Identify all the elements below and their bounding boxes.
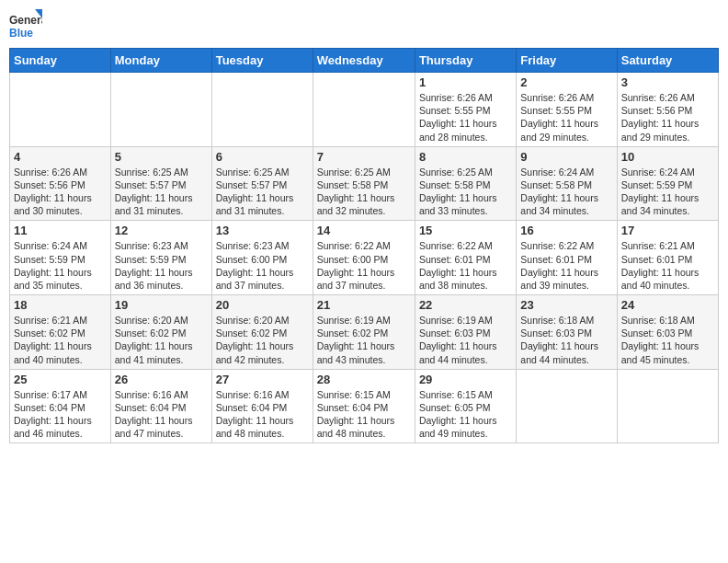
day-number: 7 — [317, 150, 411, 164]
day-number: 18 — [14, 298, 107, 312]
calendar-cell: 1Sunrise: 6:26 AM Sunset: 5:55 PM Daylig… — [415, 73, 516, 147]
week-row-1: 1Sunrise: 6:26 AM Sunset: 5:55 PM Daylig… — [10, 73, 719, 147]
calendar-cell: 10Sunrise: 6:24 AM Sunset: 5:59 PM Dayli… — [617, 146, 718, 221]
day-info: Sunrise: 6:20 AM Sunset: 6:02 PM Dayligh… — [216, 314, 309, 366]
day-number: 3 — [621, 75, 714, 89]
calendar-cell: 13Sunrise: 6:23 AM Sunset: 6:00 PM Dayli… — [211, 221, 313, 295]
calendar-cell — [617, 369, 718, 443]
calendar-cell: 29Sunrise: 6:15 AM Sunset: 6:05 PM Dayli… — [415, 369, 516, 443]
day-info: Sunrise: 6:26 AM Sunset: 5:55 PM Dayligh… — [419, 91, 512, 144]
day-info: Sunrise: 6:25 AM Sunset: 5:57 PM Dayligh… — [115, 166, 208, 218]
calendar-cell: 2Sunrise: 6:26 AM Sunset: 5:55 PM Daylig… — [517, 73, 617, 147]
day-number: 4 — [14, 150, 107, 164]
column-header-thursday: Thursday — [415, 49, 516, 73]
day-info: Sunrise: 6:16 AM Sunset: 6:04 PM Dayligh… — [216, 388, 309, 441]
day-number: 2 — [520, 75, 612, 89]
day-number: 24 — [621, 298, 714, 312]
calendar-cell — [313, 73, 415, 147]
week-row-3: 11Sunrise: 6:24 AM Sunset: 5:59 PM Dayli… — [10, 221, 719, 295]
day-info: Sunrise: 6:21 AM Sunset: 6:01 PM Dayligh… — [621, 239, 714, 292]
calendar-cell: 21Sunrise: 6:19 AM Sunset: 6:02 PM Dayli… — [313, 295, 415, 370]
column-header-monday: Monday — [110, 49, 211, 73]
calendar-cell: 16Sunrise: 6:22 AM Sunset: 6:01 PM Dayli… — [517, 221, 617, 295]
day-info: Sunrise: 6:24 AM Sunset: 5:59 PM Dayligh… — [14, 239, 107, 292]
day-info: Sunrise: 6:19 AM Sunset: 6:03 PM Dayligh… — [419, 314, 512, 366]
calendar-body: 1Sunrise: 6:26 AM Sunset: 5:55 PM Daylig… — [10, 73, 719, 443]
day-info: Sunrise: 6:26 AM Sunset: 5:55 PM Dayligh… — [520, 91, 612, 144]
day-number: 21 — [317, 298, 411, 312]
calendar-cell: 11Sunrise: 6:24 AM Sunset: 5:59 PM Dayli… — [10, 221, 111, 295]
day-info: Sunrise: 6:22 AM Sunset: 6:01 PM Dayligh… — [520, 239, 612, 292]
day-number: 10 — [621, 150, 714, 164]
day-number: 27 — [216, 373, 309, 386]
day-number: 29 — [419, 373, 512, 386]
day-number: 23 — [520, 298, 612, 312]
day-info: Sunrise: 6:21 AM Sunset: 6:02 PM Dayligh… — [14, 314, 107, 366]
column-header-sunday: Sunday — [10, 49, 111, 73]
calendar-cell: 6Sunrise: 6:25 AM Sunset: 5:57 PM Daylig… — [211, 146, 313, 221]
day-number: 8 — [419, 150, 512, 164]
calendar-cell: 24Sunrise: 6:18 AM Sunset: 6:03 PM Dayli… — [617, 295, 718, 370]
calendar-cell — [10, 73, 111, 147]
calendar-cell: 8Sunrise: 6:25 AM Sunset: 5:58 PM Daylig… — [415, 146, 516, 221]
day-number: 15 — [419, 224, 512, 237]
week-row-2: 4Sunrise: 6:26 AM Sunset: 5:56 PM Daylig… — [10, 146, 719, 221]
day-number: 11 — [14, 224, 107, 237]
calendar-cell: 20Sunrise: 6:20 AM Sunset: 6:02 PM Dayli… — [211, 295, 313, 370]
column-header-friday: Friday — [517, 49, 617, 73]
day-number: 20 — [216, 298, 309, 312]
page-header: General Blue — [9, 9, 719, 42]
day-number: 9 — [520, 150, 612, 164]
day-info: Sunrise: 6:25 AM Sunset: 5:58 PM Dayligh… — [317, 166, 411, 218]
day-number: 26 — [115, 373, 208, 386]
calendar-cell: 18Sunrise: 6:21 AM Sunset: 6:02 PM Dayli… — [10, 295, 111, 370]
day-info: Sunrise: 6:26 AM Sunset: 5:56 PM Dayligh… — [14, 166, 107, 218]
day-info: Sunrise: 6:20 AM Sunset: 6:02 PM Dayligh… — [115, 314, 208, 366]
day-info: Sunrise: 6:24 AM Sunset: 5:59 PM Dayligh… — [621, 166, 714, 218]
logo: General Blue — [9, 9, 46, 42]
calendar-cell: 14Sunrise: 6:22 AM Sunset: 6:00 PM Dayli… — [313, 221, 415, 295]
day-info: Sunrise: 6:19 AM Sunset: 6:02 PM Dayligh… — [317, 314, 411, 366]
day-number: 28 — [317, 373, 411, 386]
day-number: 25 — [14, 373, 107, 386]
day-info: Sunrise: 6:22 AM Sunset: 6:00 PM Dayligh… — [317, 239, 411, 292]
day-number: 13 — [216, 224, 309, 237]
day-info: Sunrise: 6:18 AM Sunset: 6:03 PM Dayligh… — [520, 314, 612, 366]
calendar-cell: 4Sunrise: 6:26 AM Sunset: 5:56 PM Daylig… — [10, 146, 111, 221]
calendar-cell: 7Sunrise: 6:25 AM Sunset: 5:58 PM Daylig… — [313, 146, 415, 221]
calendar-cell — [211, 73, 313, 147]
calendar-header: SundayMondayTuesdayWednesdayThursdayFrid… — [10, 49, 719, 73]
day-number: 17 — [621, 224, 714, 237]
calendar-cell: 19Sunrise: 6:20 AM Sunset: 6:02 PM Dayli… — [110, 295, 211, 370]
calendar-cell: 25Sunrise: 6:17 AM Sunset: 6:04 PM Dayli… — [10, 369, 111, 443]
day-info: Sunrise: 6:25 AM Sunset: 5:57 PM Dayligh… — [216, 166, 309, 218]
day-number: 5 — [115, 150, 208, 164]
calendar-cell: 26Sunrise: 6:16 AM Sunset: 6:04 PM Dayli… — [110, 369, 211, 443]
day-info: Sunrise: 6:17 AM Sunset: 6:04 PM Dayligh… — [14, 388, 107, 441]
calendar-cell: 3Sunrise: 6:26 AM Sunset: 5:56 PM Daylig… — [617, 73, 718, 147]
day-info: Sunrise: 6:24 AM Sunset: 5:58 PM Dayligh… — [520, 166, 612, 218]
column-header-saturday: Saturday — [617, 49, 718, 73]
day-info: Sunrise: 6:22 AM Sunset: 6:01 PM Dayligh… — [419, 239, 512, 292]
week-row-4: 18Sunrise: 6:21 AM Sunset: 6:02 PM Dayli… — [10, 295, 719, 370]
day-info: Sunrise: 6:23 AM Sunset: 6:00 PM Dayligh… — [216, 239, 309, 292]
calendar-cell: 12Sunrise: 6:23 AM Sunset: 5:59 PM Dayli… — [110, 221, 211, 295]
day-number: 16 — [520, 224, 612, 237]
day-info: Sunrise: 6:23 AM Sunset: 5:59 PM Dayligh… — [115, 239, 208, 292]
week-row-5: 25Sunrise: 6:17 AM Sunset: 6:04 PM Dayli… — [10, 369, 719, 443]
day-number: 14 — [317, 224, 411, 237]
calendar-cell: 27Sunrise: 6:16 AM Sunset: 6:04 PM Dayli… — [211, 369, 313, 443]
day-number: 1 — [419, 75, 512, 89]
calendar-cell: 28Sunrise: 6:15 AM Sunset: 6:04 PM Dayli… — [313, 369, 415, 443]
day-info: Sunrise: 6:15 AM Sunset: 6:05 PM Dayligh… — [419, 388, 512, 441]
calendar-table: SundayMondayTuesdayWednesdayThursdayFrid… — [9, 48, 719, 443]
column-header-wednesday: Wednesday — [313, 49, 415, 73]
calendar-cell: 22Sunrise: 6:19 AM Sunset: 6:03 PM Dayli… — [415, 295, 516, 370]
logo-graphic: General Blue — [9, 9, 46, 42]
calendar-cell: 15Sunrise: 6:22 AM Sunset: 6:01 PM Dayli… — [415, 221, 516, 295]
svg-text:General: General — [9, 14, 42, 27]
calendar-cell: 23Sunrise: 6:18 AM Sunset: 6:03 PM Dayli… — [517, 295, 617, 370]
svg-text:Blue: Blue — [9, 27, 33, 40]
day-info: Sunrise: 6:18 AM Sunset: 6:03 PM Dayligh… — [621, 314, 714, 366]
calendar-cell: 17Sunrise: 6:21 AM Sunset: 6:01 PM Dayli… — [617, 221, 718, 295]
